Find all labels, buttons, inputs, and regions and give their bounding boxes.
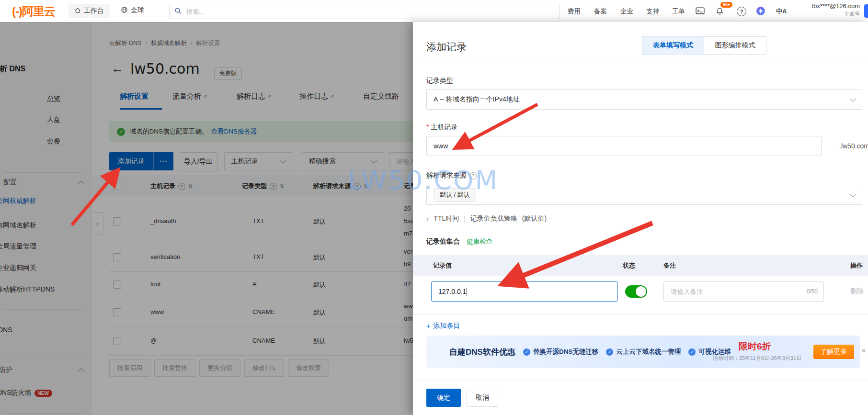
vt-header-value: 记录值 xyxy=(433,261,452,270)
text-caret xyxy=(467,288,467,296)
vt-header-status: 状态 xyxy=(623,261,635,270)
community-icon[interactable] xyxy=(756,6,765,17)
help-icon[interactable]: ? xyxy=(737,7,746,16)
required-asterisk: * xyxy=(426,123,429,131)
check-icon: ✓ xyxy=(688,348,696,356)
nav-tickets[interactable]: 工单 xyxy=(672,7,685,16)
delete-row-button[interactable]: 删除 xyxy=(850,287,864,296)
health-check-link[interactable]: 健康检查 xyxy=(467,237,492,246)
avatar[interactable] xyxy=(864,4,868,18)
chevron-right-icon: › xyxy=(426,214,429,223)
value-set-row: 记录值集合 健康检查 xyxy=(426,237,492,246)
remark-input[interactable]: 0/50 xyxy=(663,281,824,302)
vt-header-remark: 备注 xyxy=(663,261,676,270)
notification-count-badge: 99+ xyxy=(720,2,732,8)
vt-header-action: 操作 xyxy=(850,261,863,270)
value-table-header xyxy=(413,255,868,276)
confirm-button[interactable]: 确定 xyxy=(426,389,461,407)
check-icon: ✓ xyxy=(523,348,530,356)
value-set-label: 记录值集合 xyxy=(426,237,460,246)
learn-more-button[interactable]: 了解更多 xyxy=(813,345,854,359)
check-icon: ✓ xyxy=(606,348,613,356)
account-email: tbx****@126.com xyxy=(793,2,860,10)
add-entry-button[interactable]: +添加条目 xyxy=(426,322,460,330)
modal-dim-overlay xyxy=(0,22,413,415)
global-search[interactable] xyxy=(169,4,560,19)
record-type-label: 记录类型 xyxy=(426,77,453,85)
divider xyxy=(413,380,868,380)
promo-discount: 限时6折 xyxy=(739,340,771,353)
global-search-input[interactable] xyxy=(185,8,555,16)
cancel-button[interactable]: 取消 xyxy=(467,389,498,407)
line-source-select[interactable]: 默认 / 默认 xyxy=(426,185,862,205)
globe-icon xyxy=(121,6,128,15)
home-icon xyxy=(74,7,81,15)
nav-icp[interactable]: 备案 xyxy=(594,7,607,16)
search-icon xyxy=(174,7,182,16)
plus-icon: + xyxy=(426,322,430,330)
divider xyxy=(413,314,868,314)
help-icon: ? xyxy=(469,172,477,179)
line-tag: 默认 / 默认 xyxy=(434,188,476,202)
domain-suffix: .lw50.com xyxy=(839,142,868,150)
record-value-input[interactable]: 127.0.0.1 xyxy=(431,281,618,302)
chevron-down-icon xyxy=(850,191,856,197)
aliyun-logo[interactable]: (-)阿里云 xyxy=(12,4,55,19)
banner-feature: ✓云上云下域名统一管理 xyxy=(606,348,681,356)
banner-feature: ✓替换开源DNS无缝迁移 xyxy=(523,348,599,356)
mode-toggle: 表单填写模式 图形编排模式 xyxy=(642,36,766,55)
terminal-icon[interactable] xyxy=(696,7,705,16)
promo-period: 活动时间：25年11月6日-26年3月31日 xyxy=(713,355,801,362)
host-record-label: *主机记录 xyxy=(426,123,457,132)
top-navbar: (-)阿里云 工作台 全球 费用 备案 企业 支持 工单 99+ ? 中A tb… xyxy=(0,0,868,22)
workbench-button[interactable]: 工作台 xyxy=(69,4,110,18)
account-role: 主账号 xyxy=(793,11,860,18)
panel-title: 添加记录 xyxy=(426,40,467,54)
add-record-panel: 添加记录 表单填写模式 图形编排模式 记录类型 A -- 将域名指向一个IPv4… xyxy=(413,22,868,415)
global-region-button[interactable]: 全球 xyxy=(121,6,144,15)
banner-title: 自建DNS软件优惠 xyxy=(449,347,515,358)
nav-expenses[interactable]: 费用 xyxy=(568,7,581,16)
graph-mode-button[interactable]: 图形编排模式 xyxy=(704,36,766,55)
toggle-knob xyxy=(636,286,646,297)
status-toggle[interactable] xyxy=(625,285,647,298)
divider xyxy=(413,63,868,63)
nav-support[interactable]: 支持 xyxy=(646,7,659,16)
account-info[interactable]: tbx****@126.com 主账号 xyxy=(793,2,860,18)
chevron-down-icon xyxy=(850,96,856,102)
ttl-policy-collapsed-row[interactable]: › TTL时间 | 记录值负载策略 (默认值) xyxy=(426,214,547,223)
promo-banner: 自建DNS软件优惠 ✓替换开源DNS无缝迁移 ✓云上云下域名统一管理 ✓可视化运… xyxy=(426,336,860,368)
record-type-select[interactable]: A -- 将域名指向一个IPv4地址 xyxy=(426,90,862,110)
nav-enterprise[interactable]: 企业 xyxy=(620,7,633,16)
char-counter: 0/50 xyxy=(807,288,818,295)
translate-icon[interactable]: 中A xyxy=(776,7,787,16)
form-mode-button[interactable]: 表单填写模式 xyxy=(642,36,704,55)
line-source-label: 解析请求来源? xyxy=(426,171,477,180)
host-record-input[interactable]: www xyxy=(426,136,822,156)
close-icon[interactable]: × xyxy=(861,346,866,356)
notifications-bell-icon[interactable] xyxy=(716,7,724,17)
logo-bracket-icon: (-) xyxy=(12,5,22,18)
